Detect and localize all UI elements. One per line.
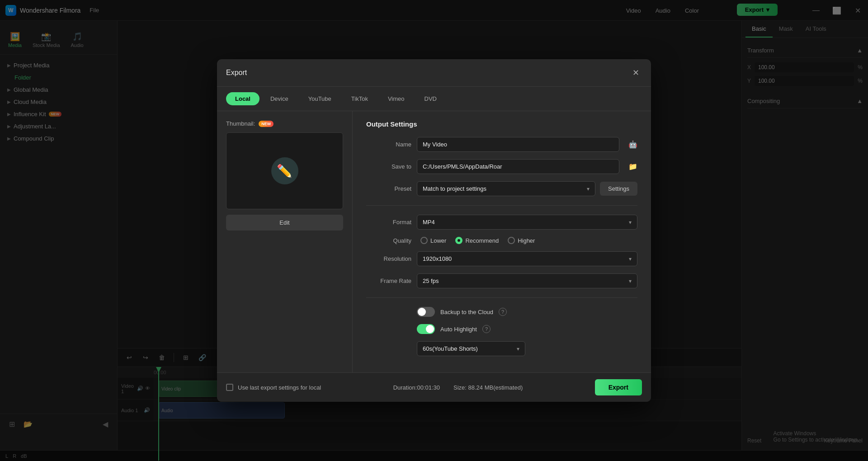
size-label: Size: 88.24 MB(estimated)	[453, 384, 523, 391]
footer-left: Use last export settings for local	[226, 384, 321, 391]
duration-label: Duration:00:01:30	[393, 384, 440, 391]
name-label: Name	[366, 141, 411, 148]
quality-higher-radio[interactable]	[508, 237, 515, 244]
quality-recommend[interactable]: Recommend	[455, 237, 499, 244]
backup-cloud-knob	[418, 308, 426, 316]
use-last-settings-checkbox[interactable]	[226, 384, 233, 391]
resolution-dropdown[interactable]: 1920x1080 ▾	[417, 251, 637, 266]
thumbnail-section: Thumbnail: NEW ✏️ Edit	[217, 111, 353, 372]
thumbnail-preview: ✏️	[226, 132, 343, 209]
output-settings-title: Output Settings	[366, 120, 637, 128]
auto-highlight-toggle[interactable]	[417, 324, 435, 334]
thumbnail-label: Thumbnail: NEW	[226, 120, 343, 127]
export-main-button[interactable]: Export	[595, 379, 642, 395]
settings-divider-2	[366, 297, 637, 298]
dialog-footer: Use last export settings for local Durat…	[217, 372, 651, 402]
resolution-row: Resolution 1920x1080 ▾	[366, 251, 637, 266]
export-dialog: Export ✕ Local Device YouTube TikTok Vim…	[217, 59, 651, 402]
settings-divider	[366, 205, 637, 206]
save-to-label: Save to	[366, 163, 411, 170]
export-tabs: Local Device YouTube TikTok Vimeo DVD	[217, 87, 651, 111]
footer-center: Duration:00:01:30 Size: 88.24 MB(estimat…	[393, 384, 523, 391]
thumbnail-new-badge: NEW	[259, 121, 274, 127]
export-tab-youtube[interactable]: YouTube	[299, 92, 340, 105]
auto-highlight-label: Auto Highlight	[440, 326, 477, 333]
frame-rate-dropdown[interactable]: 25 fps ▾	[417, 273, 637, 288]
use-last-settings-label: Use last export settings for local	[238, 384, 321, 391]
quality-lower[interactable]: Lower	[420, 237, 446, 244]
backup-cloud-help-icon[interactable]: ?	[499, 308, 507, 316]
format-chevron-icon: ▾	[629, 219, 632, 226]
dialog-close-button[interactable]: ✕	[629, 66, 642, 79]
highlight-dropdown[interactable]: 60s(YouTube Shorts) ▾	[417, 341, 525, 356]
ai-icon[interactable]: 🤖	[628, 140, 637, 149]
backup-cloud-row: Backup to the Cloud ?	[366, 307, 637, 317]
highlight-duration-row: 60s(YouTube Shorts) ▾	[366, 341, 637, 356]
resolution-chevron-icon: ▾	[629, 256, 632, 262]
auto-highlight-knob	[426, 325, 434, 333]
export-tab-dvd[interactable]: DVD	[415, 92, 446, 105]
name-input-container	[417, 137, 619, 152]
format-dropdown[interactable]: MP4 ▾	[417, 215, 637, 230]
quality-lower-radio[interactable]	[420, 237, 428, 244]
save-to-row: Save to C:/Users/PMLS/AppData/Roar 📁	[366, 159, 637, 174]
backup-cloud-label: Backup to the Cloud	[440, 309, 493, 315]
frame-rate-chevron-icon: ▾	[629, 278, 632, 284]
quality-label: Quality	[366, 237, 411, 244]
quality-row: Quality Lower Recommend Higher	[366, 237, 637, 244]
save-to-input[interactable]: C:/Users/PMLS/AppData/Roar	[417, 159, 619, 174]
thumbnail-placeholder-icon: ✏️	[271, 157, 298, 184]
settings-section: Output Settings Name 🤖 Save to C:/Users/…	[353, 111, 651, 372]
export-tab-device[interactable]: Device	[261, 92, 297, 105]
dialog-body: Thumbnail: NEW ✏️ Edit Output Settings N…	[217, 111, 651, 372]
quality-radio-group: Lower Recommend Higher	[420, 237, 535, 244]
settings-button[interactable]: Settings	[600, 182, 637, 196]
resolution-label: Resolution	[366, 255, 411, 262]
quality-higher[interactable]: Higher	[508, 237, 535, 244]
export-tab-tiktok[interactable]: TikTok	[342, 92, 377, 105]
highlight-chevron-icon: ▾	[517, 346, 519, 352]
auto-highlight-help-icon[interactable]: ?	[482, 325, 491, 333]
preset-row: Preset Match to project settings ▾ Setti…	[366, 181, 637, 196]
name-row: Name 🤖	[366, 137, 637, 152]
export-tab-vimeo[interactable]: Vimeo	[379, 92, 414, 105]
quality-recommend-radio[interactable]	[455, 237, 462, 244]
name-input[interactable]	[423, 141, 613, 148]
format-row: Format MP4 ▾	[366, 215, 637, 230]
format-label: Format	[366, 219, 411, 226]
dialog-title: Export	[226, 69, 247, 77]
frame-rate-row: Frame Rate 25 fps ▾	[366, 273, 637, 288]
edit-thumbnail-button[interactable]: Edit	[226, 215, 343, 230]
preset-row-inner: Match to project settings ▾ Settings	[417, 181, 637, 196]
auto-highlight-row: Auto Highlight ?	[366, 324, 637, 334]
preset-dropdown[interactable]: Match to project settings ▾	[417, 181, 595, 196]
export-tab-local[interactable]: Local	[226, 92, 259, 105]
frame-rate-label: Frame Rate	[366, 278, 411, 284]
dialog-header: Export ✕	[217, 59, 651, 87]
preset-label: Preset	[366, 185, 411, 192]
save-to-folder-icon[interactable]: 📁	[628, 162, 637, 171]
backup-cloud-toggle[interactable]	[417, 307, 435, 317]
preset-chevron-icon: ▾	[587, 186, 590, 192]
